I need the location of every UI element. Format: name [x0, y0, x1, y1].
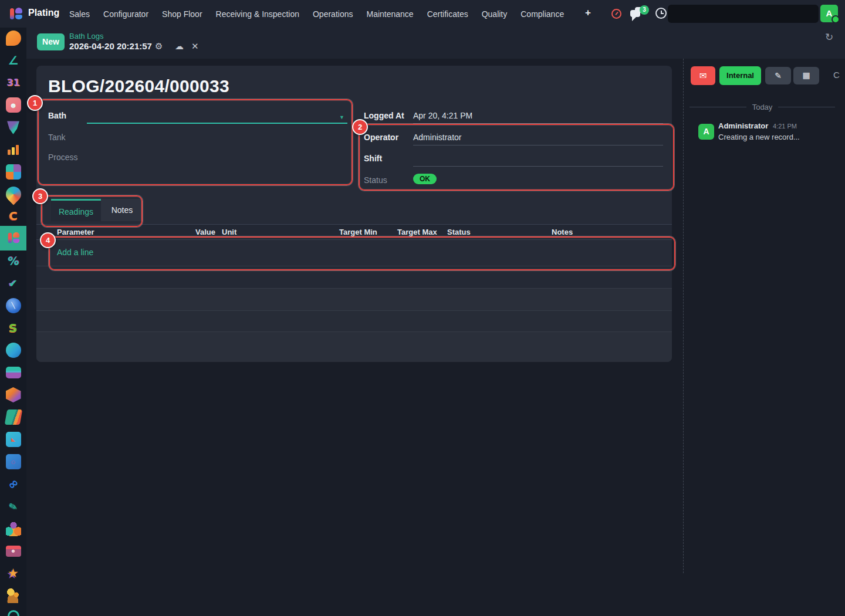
table-row: Add a line	[36, 240, 672, 266]
status-label: Status	[364, 175, 387, 185]
add-a-line-link[interactable]: Add a line	[57, 248, 93, 257]
message-author: Administrator	[718, 121, 768, 130]
status-badge: OK	[413, 174, 437, 184]
menu-operations[interactable]: Operations	[313, 9, 353, 19]
app-name[interactable]: Plating	[28, 8, 59, 18]
col-target-max[interactable]: Target Max	[397, 228, 437, 236]
edit-icon: ✎	[775, 71, 782, 80]
presentation-icon[interactable]: ◣	[0, 428, 26, 451]
c-brand-icon[interactable]: C	[0, 205, 26, 227]
app-sidebar: ∠31☻C%✔╲S◣○∞✎☻★	[0, 28, 26, 616]
log-internal-note-button[interactable]: Internal	[719, 66, 761, 85]
col-status[interactable]: Status	[447, 228, 471, 236]
bottom-app-icon[interactable]	[0, 605, 26, 616]
discard-icon[interactable]: ✕	[191, 41, 199, 52]
menu-shop-floor[interactable]: Shop Floor	[162, 9, 202, 19]
col-value[interactable]: Value	[195, 228, 215, 236]
gear-icon[interactable]: ⚙	[155, 41, 163, 52]
todo-check-icon[interactable]: ✔	[0, 272, 26, 295]
search-input[interactable]	[668, 5, 819, 23]
logged-at-label: Logged At	[364, 111, 404, 120]
empty-row	[36, 310, 672, 331]
chevron-down-icon[interactable]: ▼	[339, 114, 344, 120]
discuss-icon[interactable]	[0, 27, 26, 49]
readings-table-header: Parameter Value Unit Target Min Target M…	[36, 224, 672, 240]
today-divider: Today	[689, 103, 835, 111]
bath-label: Bath	[48, 111, 66, 120]
menu-maintenance[interactable]: Maintenance	[366, 9, 413, 19]
message-avatar: A	[698, 124, 714, 140]
inventory-box-icon[interactable]	[0, 384, 26, 406]
menu-certificates[interactable]: Certificates	[427, 9, 468, 19]
s-brand-icon[interactable]: S	[0, 317, 26, 339]
breadcrumb-record-name: 2026-04-20 20:21:57	[69, 41, 152, 51]
percent-icon[interactable]: %	[0, 250, 26, 272]
col-notes[interactable]: Notes	[552, 228, 573, 236]
top-navbar: Plating Sales Configurator Shop Floor Re…	[0, 0, 845, 28]
tab-readings[interactable]: Readings	[51, 199, 101, 221]
analytics-icon[interactable]	[0, 138, 26, 161]
timer-icon[interactable]: ╲	[0, 295, 26, 317]
breadcrumb-model-link[interactable]: Bath Logs	[69, 32, 104, 40]
plating-app-icon[interactable]	[0, 226, 26, 251]
schedule-activity-button[interactable]: ▦	[793, 67, 819, 84]
activities-alarm-icon[interactable]	[611, 9, 621, 19]
apps-grid-icon[interactable]	[0, 161, 26, 183]
menu-sales[interactable]: Sales	[69, 9, 90, 19]
empty-row	[36, 266, 672, 288]
menu-receiving-inspection[interactable]: Receiving & Inspection	[216, 9, 299, 19]
map-pin-icon[interactable]	[0, 183, 26, 205]
logged-at-input[interactable]	[413, 111, 663, 124]
bath-input[interactable]	[87, 111, 347, 124]
menu-quality[interactable]: Quality	[482, 9, 508, 19]
employees-icon[interactable]	[0, 517, 26, 540]
col-target-min[interactable]: Target Min	[339, 228, 377, 236]
crm-icon[interactable]	[0, 116, 26, 138]
annotation-badge-4: 4	[40, 232, 56, 248]
payroll-icon[interactable]	[0, 584, 26, 607]
message-time: 4:21 PM	[773, 123, 797, 130]
annotation-badge-1: 1	[27, 95, 43, 111]
menu-configurator[interactable]: Configurator	[103, 9, 148, 19]
badge-id-icon[interactable]: ☻	[0, 540, 26, 562]
process-label: Process	[48, 153, 78, 162]
today-label: Today	[752, 103, 773, 111]
send-message-button[interactable]: ✉	[691, 66, 715, 85]
app-logo-icon[interactable]	[8, 6, 24, 22]
col-parameter[interactable]: Parameter	[57, 228, 94, 236]
contacts-icon[interactable]: ☻	[0, 94, 26, 116]
sign-angle-icon[interactable]: ∠	[0, 49, 26, 72]
col-unit[interactable]: Unit	[222, 228, 236, 236]
sphere-icon[interactable]	[0, 339, 26, 361]
calendar-31-icon[interactable]: 31	[0, 72, 26, 94]
recent-history-icon[interactable]	[655, 8, 667, 19]
save-cloud-icon[interactable]: ☁	[175, 41, 184, 52]
links-icon[interactable]: ∞	[0, 473, 26, 495]
online-status-dot	[832, 15, 840, 23]
shift-input[interactable]	[413, 154, 663, 167]
header: Plating Sales Configurator Shop Floor Re…	[0, 0, 845, 59]
activity-edit-button[interactable]: ✎	[765, 67, 791, 84]
plus-icon[interactable]: +	[585, 7, 591, 19]
menu-compliance[interactable]: Compliance	[520, 9, 564, 19]
message-body: Creating a new record...	[718, 133, 800, 141]
refresh-icon[interactable]: ↻	[825, 31, 833, 43]
operator-input[interactable]	[413, 133, 663, 145]
calendar-icon: ▦	[802, 70, 810, 80]
messages-count-badge: 3	[640, 5, 649, 15]
tank-label: Tank	[48, 133, 66, 142]
main-menu: Sales Configurator Shop Floor Receiving …	[69, 0, 564, 28]
annotation-badge-2: 2	[352, 119, 368, 135]
follower-icon[interactable]: C	[833, 70, 840, 80]
sign-icon[interactable]: ✎	[0, 495, 26, 517]
quality-check-icon[interactable]: ○	[0, 451, 26, 473]
annotation-badge-3: 3	[32, 188, 48, 204]
tab-notes[interactable]: Notes	[101, 199, 143, 221]
knowledge-icon[interactable]	[0, 406, 26, 428]
star-icon[interactable]: ★	[0, 562, 26, 584]
empty-row	[36, 288, 672, 310]
page: Plating Sales Configurator Shop Floor Re…	[0, 0, 845, 616]
form-sheet: BLOG/202604/000033 Bath ▼ Tank Process L…	[36, 66, 672, 362]
subscription-card-icon[interactable]	[0, 361, 26, 384]
messages-icon[interactable]	[630, 10, 640, 17]
